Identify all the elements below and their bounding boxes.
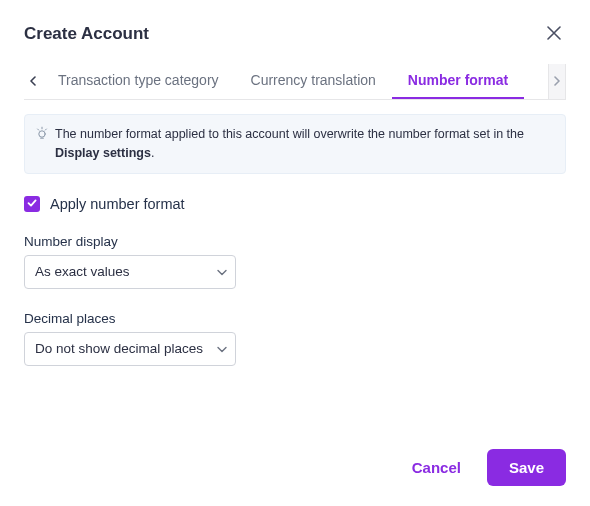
info-text: The number format applied to this accoun…: [55, 125, 553, 163]
chevron-down-icon: [217, 264, 227, 279]
tab-number-format[interactable]: Number format: [392, 64, 524, 99]
apply-number-format-checkbox[interactable]: [24, 196, 40, 212]
info-banner: The number format applied to this accoun…: [24, 114, 566, 174]
save-button[interactable]: Save: [487, 449, 566, 486]
decimal-places-select[interactable]: Do not show decimal places: [24, 332, 236, 366]
create-account-dialog: Create Account Transaction type category…: [0, 0, 590, 506]
tabs-list: Transaction type category Currency trans…: [42, 64, 548, 99]
chevron-right-icon: [553, 74, 561, 89]
number-display-group: Number display As exact values: [24, 234, 566, 289]
info-text-bold: Display settings: [55, 146, 151, 160]
info-text-post: .: [151, 146, 154, 160]
chevron-left-icon: [29, 74, 37, 89]
close-button[interactable]: [542, 22, 566, 46]
dialog-title: Create Account: [24, 24, 149, 44]
tabs-container: Transaction type category Currency trans…: [24, 64, 566, 100]
number-display-select[interactable]: As exact values: [24, 255, 236, 289]
dialog-header: Create Account: [24, 22, 566, 46]
svg-point-0: [39, 131, 45, 137]
tab-currency-translation[interactable]: Currency translation: [235, 64, 392, 99]
cancel-button[interactable]: Cancel: [408, 451, 465, 484]
apply-number-format-label: Apply number format: [50, 196, 185, 212]
check-icon: [27, 196, 37, 211]
decimal-places-group: Decimal places Do not show decimal place…: [24, 311, 566, 366]
tab-transaction-type-category[interactable]: Transaction type category: [42, 64, 235, 99]
number-display-label: Number display: [24, 234, 566, 249]
tabs-scroll-right-button[interactable]: [548, 64, 566, 99]
dialog-footer: Cancel Save: [24, 437, 566, 486]
tabs-scroll-left-button[interactable]: [24, 64, 42, 99]
number-display-value: As exact values: [35, 264, 130, 279]
chevron-down-icon: [217, 341, 227, 356]
close-icon: [547, 26, 561, 43]
apply-number-format-row: Apply number format: [24, 196, 566, 212]
info-text-pre: The number format applied to this accoun…: [55, 127, 524, 141]
decimal-places-label: Decimal places: [24, 311, 566, 326]
lightbulb-icon: [35, 126, 49, 146]
decimal-places-value: Do not show decimal places: [35, 341, 203, 356]
